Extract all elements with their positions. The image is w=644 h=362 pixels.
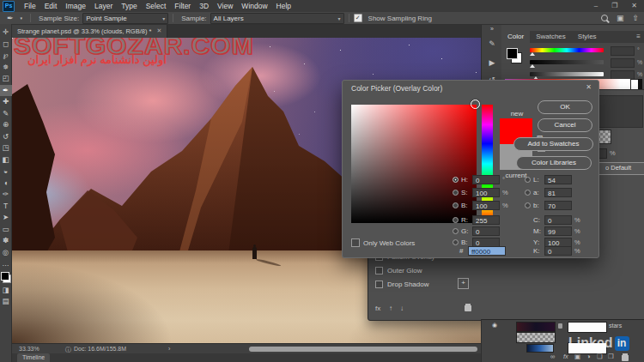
actions-icon[interactable]: ▶ xyxy=(482,58,502,67)
saturation-slider[interactable] xyxy=(530,60,604,64)
gradient-layer-thumbnail[interactable] xyxy=(526,344,554,353)
l-radio[interactable] xyxy=(525,177,531,183)
share-icon[interactable]: ⇧ xyxy=(632,13,639,23)
workspace-icon[interactable]: ▣ xyxy=(617,13,624,23)
outer-glow-checkbox[interactable] xyxy=(375,267,383,275)
close-button[interactable]: ✕ xyxy=(624,0,644,12)
layer-visibility-eye-icon[interactable]: ◉ xyxy=(492,322,497,329)
tab-close-icon[interactable]: ✕ xyxy=(156,27,161,34)
healing-brush-tool[interactable]: ✚ xyxy=(0,96,12,108)
b-field[interactable]: 100 xyxy=(472,201,500,210)
minimize-button[interactable]: – xyxy=(587,0,605,12)
menu-edit[interactable]: Edit xyxy=(40,0,62,12)
clone-stamp-tool[interactable]: ⊕ xyxy=(0,119,12,131)
b2-radio[interactable] xyxy=(453,239,459,245)
c-field[interactable]: 0 xyxy=(544,215,572,225)
r-field[interactable]: 255 xyxy=(472,215,500,225)
zoom-level[interactable]: 33.33% xyxy=(19,346,39,352)
show-sampling-ring-checkbox[interactable]: ✓ xyxy=(354,14,362,22)
shape-tool[interactable]: ▭ xyxy=(0,224,12,236)
tool-preset-caret-icon[interactable]: ▾ xyxy=(21,15,23,21)
move-tool[interactable]: ✛ xyxy=(0,27,12,39)
menu-file[interactable]: File xyxy=(20,0,40,12)
layer-fx-icon[interactable]: fx xyxy=(563,353,568,360)
effect-row-outer-glow[interactable]: Outer Glow xyxy=(375,267,422,275)
document-tab[interactable]: Strange planet.psd @ 33.3% (clouds, RGB/… xyxy=(12,24,167,38)
menu-type[interactable]: Type xyxy=(117,0,141,12)
fx-icon[interactable]: fx xyxy=(375,305,380,312)
foreground-background-swatches[interactable] xyxy=(1,272,11,283)
l-field[interactable]: 54 xyxy=(544,175,572,184)
panel-menu-icon[interactable]: ≡ xyxy=(636,33,641,40)
blur-tool[interactable]: ◒ xyxy=(0,166,12,178)
search-icon[interactable] xyxy=(601,15,608,21)
gradient-tool[interactable]: ◧ xyxy=(0,154,12,166)
path-selection-tool[interactable]: ➤ xyxy=(0,212,12,224)
quick-selection-tool[interactable]: ✵ xyxy=(0,62,12,74)
hue-slider-marker[interactable] xyxy=(530,52,535,56)
menu-filter[interactable]: Filter xyxy=(170,0,195,12)
layer-thumbnail-transparent[interactable] xyxy=(516,332,556,343)
tab-color[interactable]: Color xyxy=(501,31,530,43)
bb-field[interactable]: 70 xyxy=(544,201,572,210)
r-radio[interactable] xyxy=(453,217,459,223)
screen-mode-button[interactable]: ▤ xyxy=(0,296,12,308)
effect-row-drop-shadow[interactable]: Drop Shadow xyxy=(375,281,428,288)
menu-help[interactable]: Help xyxy=(272,0,295,12)
history-brush-tool[interactable]: ↺ xyxy=(0,131,12,143)
cancel-button[interactable]: Cancel xyxy=(538,118,592,132)
restore-button[interactable]: ❐ xyxy=(605,0,624,12)
doc-size-info[interactable]: Doc: 16.6M/155.8M xyxy=(74,346,126,352)
hue-slider[interactable] xyxy=(530,48,604,52)
edit-toolbar-button[interactable]: … xyxy=(0,258,12,270)
ok-button[interactable]: OK xyxy=(538,100,592,114)
color-ramp-black-swatch[interactable] xyxy=(638,79,642,89)
move-effect-down-icon[interactable]: ↓ xyxy=(400,305,404,312)
saturation-value-field[interactable] xyxy=(611,58,635,68)
g-field[interactable]: 0 xyxy=(472,226,500,236)
layer-mask-thumbnail[interactable] xyxy=(568,322,607,333)
brush-tool[interactable]: ✎ xyxy=(0,108,12,120)
sample-size-dropdown[interactable]: Point Sample▾ xyxy=(82,13,168,24)
panel-foreground-swatch[interactable] xyxy=(507,48,518,59)
saturation-slider-marker[interactable] xyxy=(530,64,535,68)
a-radio[interactable] xyxy=(525,190,531,196)
bb-radio[interactable] xyxy=(525,202,531,208)
h-field[interactable]: 0 xyxy=(472,175,500,184)
k-field[interactable]: 0 xyxy=(544,246,572,256)
move-effect-up-icon[interactable]: ↑ xyxy=(389,305,392,312)
drop-shadow-checkbox[interactable] xyxy=(375,281,383,288)
hex-field[interactable]: ff0000 xyxy=(468,246,506,256)
eyedropper-tool-icon[interactable]: ✒ xyxy=(7,14,14,22)
color-libraries-button[interactable]: Color Libraries xyxy=(516,156,592,170)
menu-image[interactable]: Image xyxy=(61,0,90,12)
m-field[interactable]: 99 xyxy=(544,226,572,236)
zoom-tool[interactable]: ◎ xyxy=(0,247,12,259)
panel-fg-bg-swatches[interactable] xyxy=(507,48,522,63)
adjustment-layer-icon[interactable]: ◑ xyxy=(586,353,591,360)
hand-tool[interactable]: ✽ xyxy=(0,235,12,247)
tab-styles[interactable]: Styles xyxy=(572,31,603,43)
tab-swatches[interactable]: Swatches xyxy=(530,31,572,43)
eyedropper-tool[interactable]: ✒ xyxy=(0,85,12,97)
crop-tool[interactable]: ◰ xyxy=(0,73,12,85)
foreground-color-swatch[interactable] xyxy=(1,272,9,281)
status-chevron-icon[interactable]: › xyxy=(168,346,170,352)
h-radio[interactable] xyxy=(453,177,459,183)
color-field-marker[interactable] xyxy=(471,100,480,109)
brightness-slider[interactable] xyxy=(530,72,604,76)
layer-name[interactable]: stars xyxy=(609,323,622,329)
sample-dropdown[interactable]: All Layers▾ xyxy=(210,13,344,24)
add-effect-button[interactable]: + xyxy=(458,278,469,289)
only-web-colors-checkbox[interactable] xyxy=(351,238,360,247)
hue-value-field[interactable] xyxy=(611,46,635,56)
type-tool[interactable]: T xyxy=(0,201,12,213)
pen-tool[interactable]: ✑ xyxy=(0,189,12,201)
menu-layer[interactable]: Layer xyxy=(90,0,117,12)
timeline-tab[interactable]: Timeline xyxy=(17,353,50,362)
add-to-swatches-button[interactable]: Add to Swatches xyxy=(513,137,593,151)
a-field[interactable]: 81 xyxy=(544,188,572,197)
quick-mask-button[interactable]: ◨ xyxy=(0,285,12,297)
dodge-tool[interactable]: ◖ xyxy=(0,178,12,190)
link-layers-icon[interactable]: ∞ xyxy=(550,353,555,360)
